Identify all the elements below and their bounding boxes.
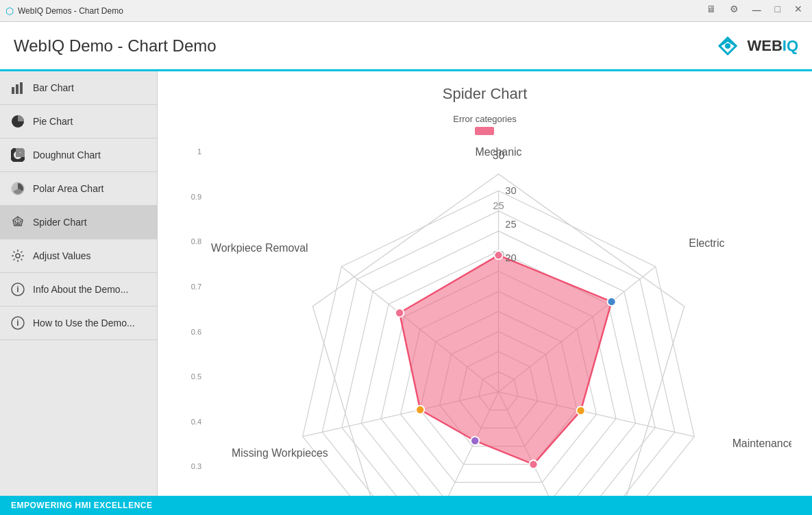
svg-point-55 xyxy=(395,309,404,317)
legend-area: Error categories xyxy=(453,114,516,135)
svg-rect-1 xyxy=(12,87,14,94)
y-axis: 1 0.9 0.8 0.7 0.6 0.5 0.4 0.3 0.2 0.1 0 xyxy=(178,141,206,496)
svg-text:Maintenance: Maintenance xyxy=(733,438,791,449)
doughnut-chart-icon xyxy=(11,148,25,162)
legend-color-swatch xyxy=(475,127,494,135)
gear-icon xyxy=(11,249,25,263)
main-content: Bar Chart Pie Chart Doughnut Chart xyxy=(0,71,812,496)
sidebar-label-polar-area-chart: Polar Area Chart xyxy=(33,183,104,194)
svg-text:20: 20 xyxy=(505,252,516,263)
radar-wrapper: Error categories 1 0.9 0.8 0.7 0.6 0.5 0 xyxy=(178,114,791,496)
y-label-07: 0.7 xyxy=(191,283,201,291)
radar-chart-svg: 30 25 20 .grid-poly { fill: none; stroke… xyxy=(206,141,791,496)
pie-chart-icon xyxy=(11,115,25,128)
chart-title: Spider Chart xyxy=(178,85,791,103)
svg-text:Missing Workpieces: Missing Workpieces xyxy=(232,447,328,459)
svg-text:Workpiece Removal: Workpiece Removal xyxy=(211,242,308,254)
sidebar-item-how-to[interactable]: i How to Use the Demo... xyxy=(0,307,157,340)
settings-icon: ⚙ xyxy=(726,3,743,18)
sidebar-item-pie-chart[interactable]: Pie Chart xyxy=(0,105,157,139)
footer-text: EMPOWERING HMI EXCELLENCE xyxy=(11,501,153,510)
sidebar-label-doughnut-chart: Doughnut Chart xyxy=(33,149,101,160)
sidebar-label-adjust-values: Adjust Values xyxy=(33,250,91,261)
chart-body: 1 0.9 0.8 0.7 0.6 0.5 0.4 0.3 0.2 0.1 0 xyxy=(178,141,791,496)
chart-area: Spider Chart Error categories 1 0.9 0.8 … xyxy=(158,71,812,496)
svg-point-52 xyxy=(529,460,537,468)
footer: EMPOWERING HMI EXCELLENCE xyxy=(0,496,812,515)
app-title: WebIQ Demo - Chart Demo xyxy=(14,36,714,56)
webiq-logo-icon xyxy=(714,32,741,60)
svg-point-54 xyxy=(416,405,424,414)
sidebar-item-doughnut-chart[interactable]: Doughnut Chart xyxy=(0,139,157,172)
titlebar: ⬡ WebIQ Demos - Chart Demo 🖥 ⚙ ─ □ ✕ xyxy=(0,0,812,22)
svg-point-53 xyxy=(471,437,479,445)
svg-point-12 xyxy=(16,254,20,258)
spider-chart-icon xyxy=(11,215,25,229)
sidebar-item-info-demo[interactable]: i Info About the Demo... xyxy=(0,273,157,307)
svg-text:i: i xyxy=(16,318,19,328)
polar-area-icon xyxy=(11,182,25,195)
y-label-08: 0.8 xyxy=(191,237,201,245)
logo-text: WEBIQ xyxy=(747,37,798,55)
sidebar-item-polar-area-chart[interactable]: Polar Area Chart xyxy=(0,172,157,206)
maximize-button[interactable]: □ xyxy=(771,3,785,18)
y-label-06: 0.6 xyxy=(191,328,201,336)
sidebar-item-bar-chart[interactable]: Bar Chart xyxy=(0,71,157,105)
bar-chart-icon xyxy=(11,81,25,95)
svg-text:Mechanic: Mechanic xyxy=(476,146,522,158)
svg-marker-38 xyxy=(399,255,611,464)
svg-rect-3 xyxy=(20,82,23,94)
app-header: WebIQ Demo - Chart Demo WEBIQ xyxy=(0,22,812,71)
titlebar-title: WebIQ Demos - Chart Demo xyxy=(18,6,702,16)
window-controls: 🖥 ⚙ ─ □ ✕ xyxy=(702,3,807,18)
sidebar-label-info-demo: Info About the Demo... xyxy=(33,284,128,295)
info-icon-2: i xyxy=(11,316,25,330)
sidebar: Bar Chart Pie Chart Doughnut Chart xyxy=(0,71,158,496)
y-label-03: 0.3 xyxy=(191,462,201,470)
sidebar-label-spider-chart: Spider Chart xyxy=(33,217,87,228)
sidebar-label-how-to: How to Use the Demo... xyxy=(33,318,135,328)
y-label-04: 0.4 xyxy=(191,418,201,426)
legend-item xyxy=(475,127,494,135)
svg-point-0 xyxy=(725,43,730,49)
svg-point-49 xyxy=(494,251,502,259)
close-button[interactable]: ✕ xyxy=(790,3,807,18)
sidebar-label-bar-chart: Bar Chart xyxy=(33,82,74,93)
svg-point-50 xyxy=(607,298,615,306)
svg-text:i: i xyxy=(16,285,19,294)
y-label-09: 0.9 xyxy=(191,193,201,201)
sidebar-item-spider-chart[interactable]: Spider Chart xyxy=(0,206,157,239)
info-icon: i xyxy=(11,283,25,296)
chart-container: Error categories 1 0.9 0.8 0.7 0.6 0.5 0 xyxy=(178,114,791,496)
svg-text:30: 30 xyxy=(505,185,516,196)
app-icon: ⬡ xyxy=(5,5,14,16)
y-label-1: 1 xyxy=(197,147,201,156)
monitor-icon: 🖥 xyxy=(702,3,720,18)
svg-rect-2 xyxy=(16,84,19,94)
y-label-05: 0.5 xyxy=(191,372,201,381)
minimize-button[interactable]: ─ xyxy=(748,3,765,18)
svg-text:25: 25 xyxy=(505,219,516,230)
svg-text:Electric: Electric xyxy=(689,237,724,249)
legend-title: Error categories xyxy=(453,114,516,124)
app-logo: WEBIQ xyxy=(714,32,798,60)
sidebar-item-adjust-values[interactable]: Adjust Values xyxy=(0,239,157,273)
svg-point-51 xyxy=(576,407,585,415)
sidebar-label-pie-chart: Pie Chart xyxy=(33,116,73,127)
logo-iq: IQ xyxy=(783,37,798,54)
